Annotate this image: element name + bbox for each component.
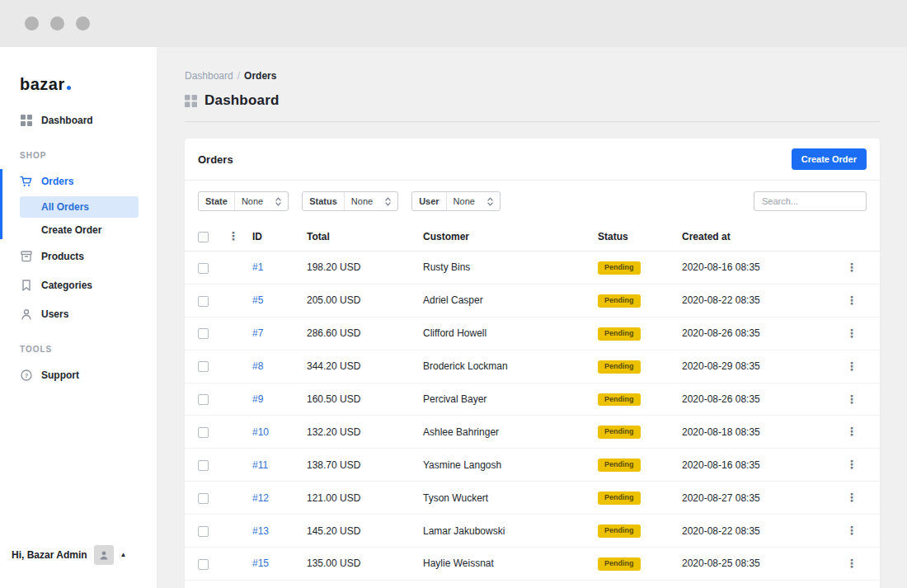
order-id-link[interactable]: #15: [252, 557, 269, 569]
status-badge: Pending: [598, 360, 641, 374]
window-dot-1[interactable]: [25, 16, 39, 31]
header-actions: [824, 222, 880, 252]
header-created[interactable]: Created at: [675, 222, 824, 252]
row-checkbox[interactable]: [198, 394, 209, 405]
table-row: #1 198.20 USD Rusty Bins Pending 2020-08…: [185, 252, 880, 285]
row-id-cell: #13: [246, 515, 300, 548]
app-body: bazar Dashboard SHOP Orders All Orders C…: [0, 47, 907, 588]
sidebar: bazar Dashboard SHOP Orders All Orders C…: [0, 47, 157, 588]
sidebar-item-support[interactable]: ? Support: [0, 360, 157, 389]
orders-table-foot: ⋮ ID Total Customer Status Created at: [185, 580, 880, 588]
row-actions-kebab-icon[interactable]: ⋮: [846, 524, 858, 536]
status-filter-select[interactable]: None: [345, 192, 397, 210]
order-id-link[interactable]: #12: [252, 492, 269, 504]
user-menu[interactable]: Hi, Bazar Admin ▲: [0, 532, 157, 588]
user-filter-label: User: [412, 192, 446, 210]
sidebar-item-label: Categories: [41, 280, 92, 291]
footer-created[interactable]: Created at: [675, 580, 824, 588]
row-checkbox[interactable]: [198, 460, 209, 471]
brand-logo[interactable]: bazar: [0, 47, 157, 94]
sidebar-item-orders[interactable]: Orders: [0, 167, 157, 195]
order-customer: Broderick Lockman: [416, 350, 591, 383]
user-filter-select[interactable]: None: [447, 192, 500, 210]
order-id-link[interactable]: #9: [252, 393, 263, 405]
sidebar-item-all-orders[interactable]: All Orders: [20, 196, 139, 218]
footer-total[interactable]: Total: [300, 580, 416, 588]
row-checkbox-cell: [185, 383, 221, 416]
row-actions-cell: ⋮: [824, 252, 880, 285]
state-filter-select[interactable]: None: [235, 192, 288, 210]
status-badge: Pending: [598, 261, 641, 275]
header-customer[interactable]: Customer: [416, 222, 591, 252]
row-actions-kebab-icon[interactable]: ⋮: [846, 294, 858, 306]
row-checkbox[interactable]: [198, 263, 209, 274]
state-filter[interactable]: State None: [198, 191, 289, 211]
row-checkbox-cell: [185, 548, 221, 581]
search-input[interactable]: [754, 191, 867, 211]
footer-checkbox-cell: [185, 580, 221, 588]
header-total[interactable]: Total: [300, 222, 416, 252]
user-filter-value: None: [454, 196, 475, 206]
row-actions-kebab-icon[interactable]: ⋮: [846, 426, 858, 437]
row-spacer-cell: [221, 416, 246, 449]
breadcrumb-separator: /: [237, 70, 240, 82]
sidebar-item-dashboard[interactable]: Dashboard: [0, 106, 157, 134]
order-id-link[interactable]: #13: [252, 525, 269, 537]
header-row: ⋮ ID Total Customer Status Created at: [185, 222, 880, 252]
order-id-link[interactable]: #11: [252, 459, 268, 471]
avatar[interactable]: [94, 545, 114, 565]
order-id-link[interactable]: #8: [252, 360, 263, 372]
window-dot-3[interactable]: [76, 16, 90, 31]
row-checkbox[interactable]: [198, 328, 209, 339]
sidebar-item-create-order[interactable]: Create Order: [0, 219, 157, 242]
header-status[interactable]: Status: [591, 222, 675, 252]
select-all-checkbox[interactable]: [198, 232, 209, 242]
row-checkbox[interactable]: [198, 296, 209, 307]
row-actions-kebab-icon[interactable]: ⋮: [846, 459, 858, 470]
sidebar-item-users[interactable]: Users: [0, 299, 157, 328]
breadcrumb-orders: Orders: [244, 70, 276, 82]
sidebar-item-categories[interactable]: Categories: [0, 270, 157, 299]
create-order-button[interactable]: Create Order: [792, 148, 867, 170]
sidebar-section-tools: TOOLS: [0, 328, 157, 360]
page: bazar Dashboard SHOP Orders All Orders C…: [0, 0, 907, 588]
row-checkbox[interactable]: [198, 493, 209, 504]
order-customer: Rusty Bins: [416, 252, 591, 285]
order-id-link[interactable]: #7: [252, 327, 263, 339]
status-filter[interactable]: Status None: [302, 191, 398, 211]
header-id[interactable]: ID: [246, 222, 300, 252]
row-actions-kebab-icon[interactable]: ⋮: [846, 327, 858, 339]
breadcrumb-dashboard[interactable]: Dashboard: [185, 70, 233, 82]
box-icon: [20, 250, 32, 262]
footer-customer[interactable]: Customer: [416, 580, 591, 588]
row-checkbox[interactable]: [198, 361, 209, 372]
row-id-cell: #9: [246, 383, 300, 416]
row-actions-kebab-icon[interactable]: ⋮: [846, 557, 858, 569]
order-total: 160.50 USD: [300, 383, 416, 416]
order-id-link[interactable]: #5: [252, 294, 263, 306]
row-actions-cell: ⋮: [824, 416, 880, 449]
row-actions-kebab-icon[interactable]: ⋮: [846, 261, 858, 273]
status-badge: Pending: [598, 459, 641, 472]
order-created-at: 2020-08-22 08:35: [675, 284, 824, 317]
window-dot-2[interactable]: [50, 16, 64, 31]
row-actions-kebab-icon[interactable]: ⋮: [846, 492, 858, 503]
row-actions-kebab-icon[interactable]: ⋮: [846, 360, 858, 372]
cart-icon: [20, 175, 32, 187]
row-actions-cell: ⋮: [824, 515, 880, 548]
row-checkbox[interactable]: [198, 427, 209, 438]
footer-status[interactable]: Status: [591, 580, 675, 588]
user-filter[interactable]: User None: [411, 191, 500, 211]
row-checkbox[interactable]: [198, 526, 209, 537]
row-spacer-cell: [221, 482, 246, 515]
footer-header-row: ⋮ ID Total Customer Status Created at: [185, 580, 880, 588]
browser-chrome: [0, 0, 907, 47]
order-id-link[interactable]: #10: [252, 426, 269, 438]
table-row: #15 135.00 USD Haylie Weissnat Pending 2…: [185, 548, 880, 581]
footer-id[interactable]: ID: [246, 580, 300, 588]
order-id-link[interactable]: #1: [252, 261, 263, 273]
bulk-actions-kebab-icon[interactable]: ⋮: [228, 230, 239, 242]
sidebar-item-products[interactable]: Products: [0, 242, 157, 270]
row-checkbox[interactable]: [198, 559, 209, 570]
row-actions-kebab-icon[interactable]: ⋮: [846, 393, 858, 405]
